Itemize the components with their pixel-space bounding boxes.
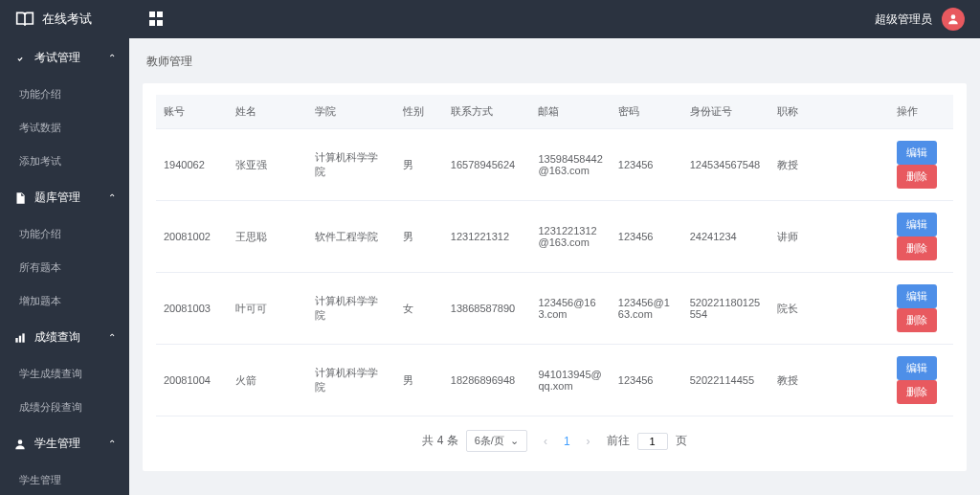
- th-account: 账号: [156, 95, 228, 129]
- cell-phone: 1231221312: [443, 201, 531, 273]
- avatar[interactable]: [942, 8, 965, 31]
- cell-name: 张亚强: [228, 129, 307, 201]
- cell-gender: 男: [395, 201, 443, 273]
- menu-label: 考试管理: [34, 50, 80, 66]
- delete-button[interactable]: 删除: [897, 380, 937, 404]
- menu-header-exam[interactable]: 考试管理 ⌃: [0, 38, 129, 78]
- cell-college: 计算机科学学院: [307, 273, 395, 345]
- goto-input[interactable]: [637, 433, 668, 450]
- check-icon: [13, 52, 27, 65]
- sidebar-item-student-manage[interactable]: 学生管理: [0, 463, 129, 495]
- table-row: 20081002王思聪软件工程学院男12312213121231221312@1…: [156, 201, 953, 273]
- cell-gender: 男: [395, 129, 443, 201]
- cell-pwd: 123456: [611, 129, 682, 201]
- cell-pwd: 123456@163.com: [611, 273, 682, 345]
- chevron-up-icon: ⌃: [108, 53, 116, 63]
- menu-header-score[interactable]: 成绩查询 ⌃: [0, 318, 129, 357]
- cell-account: 20081004: [156, 345, 228, 416]
- cell-pwd: 123456: [611, 201, 682, 273]
- cell-college: 计算机科学学院: [307, 345, 395, 416]
- page-size-select[interactable]: 6条/页 ⌄: [466, 430, 527, 452]
- cell-name: 火箭: [228, 345, 307, 416]
- page-size-label: 6条/页: [475, 434, 504, 448]
- user-icon: [13, 438, 27, 451]
- prev-page-button[interactable]: ‹: [535, 431, 556, 452]
- user-name: 超级管理员: [875, 11, 932, 28]
- cell-blank: [826, 201, 890, 273]
- th-phone: 联系方式: [443, 95, 531, 129]
- table-row: 20081003叶可可计算机科学学院女13868587890123456@163…: [156, 273, 953, 345]
- cell-account: 1940062: [156, 129, 228, 201]
- delete-button[interactable]: 删除: [897, 236, 937, 260]
- cell-ops: 编辑删除: [889, 201, 953, 273]
- cell-email: 123456@163.com: [530, 273, 610, 345]
- cell-phone: 16578945624: [443, 129, 531, 201]
- cell-idcard: 52022114455: [682, 345, 770, 416]
- sidebar-item-add-exam[interactable]: 添加考试: [0, 145, 129, 178]
- sidebar: 考试管理 ⌃ 功能介绍 考试数据 添加考试 题库管理 ⌃ 功能介绍 所有题本 增…: [0, 38, 129, 495]
- th-college: 学院: [307, 95, 395, 129]
- th-name: 姓名: [228, 95, 307, 129]
- cell-blank: [826, 345, 890, 416]
- sidebar-item-all-questions[interactable]: 所有题本: [0, 251, 129, 284]
- table-row: 1940062张亚强计算机科学学院男1657894562413598458442…: [156, 129, 953, 201]
- edit-button[interactable]: 编辑: [897, 141, 937, 165]
- chevron-up-icon: ⌃: [108, 332, 116, 343]
- chevron-down-icon: ⌄: [510, 435, 519, 447]
- cell-college: 软件工程学院: [307, 201, 395, 273]
- book-icon: [15, 10, 34, 29]
- menu-header-student[interactable]: 学生管理 ⌃: [0, 424, 129, 463]
- cell-email: 941013945@qq.xom: [530, 345, 610, 416]
- next-page-button[interactable]: ›: [578, 431, 599, 452]
- table-row: 20081004火箭计算机科学学院男18286896948941013945@q…: [156, 345, 953, 416]
- sidebar-item-score-segment[interactable]: 成绩分段查询: [0, 391, 129, 424]
- cell-idcard: 520221180125554: [682, 273, 770, 345]
- chevron-up-icon: ⌃: [108, 439, 116, 449]
- cell-ops: 编辑删除: [889, 345, 953, 416]
- cell-gender: 女: [395, 273, 443, 345]
- cell-idcard: 24241234: [682, 201, 770, 273]
- svg-rect-1: [15, 338, 17, 343]
- th-job: 职称: [769, 95, 825, 129]
- cell-college: 计算机科学学院: [307, 129, 395, 201]
- delete-button[interactable]: 删除: [897, 308, 937, 332]
- sidebar-item-intro[interactable]: 功能介绍: [0, 78, 129, 111]
- th-email: 邮箱: [530, 95, 610, 129]
- logo-area: 在线考试: [15, 10, 92, 29]
- menu-group-question: 题库管理 ⌃ 功能介绍 所有题本 增加题本: [0, 178, 129, 318]
- svg-rect-3: [22, 333, 24, 342]
- menu-group-student: 学生管理 ⌃ 学生管理: [0, 424, 129, 495]
- page-number[interactable]: 1: [564, 435, 570, 448]
- svg-rect-2: [19, 335, 21, 342]
- goto-suffix: 页: [676, 433, 687, 449]
- cell-ops: 编辑删除: [889, 129, 953, 201]
- breadcrumb: 教师管理: [143, 52, 967, 72]
- th-pwd: 密码: [611, 95, 682, 129]
- teacher-table: 账号 姓名 学院 性别 联系方式 邮箱 密码 身份证号 职称 操作 194006…: [156, 95, 953, 416]
- menu-group-score: 成绩查询 ⌃ 学生成绩查询 成绩分段查询: [0, 318, 129, 424]
- cell-account: 20081003: [156, 273, 228, 345]
- table-body: 1940062张亚强计算机科学学院男1657894562413598458442…: [156, 129, 953, 416]
- cell-name: 王思聪: [228, 201, 307, 273]
- edit-button[interactable]: 编辑: [897, 213, 937, 236]
- edit-button[interactable]: 编辑: [897, 356, 937, 380]
- sidebar-item-exam-data[interactable]: 考试数据: [0, 111, 129, 145]
- goto-label: 前往: [607, 433, 630, 449]
- delete-button[interactable]: 删除: [897, 165, 937, 189]
- sidebar-item-student-score[interactable]: 学生成绩查询: [0, 357, 129, 391]
- grid-toggle-icon[interactable]: [149, 11, 165, 27]
- cell-job: 教授: [769, 129, 825, 201]
- header-right: 超级管理员: [875, 8, 965, 31]
- menu-header-question[interactable]: 题库管理 ⌃: [0, 178, 129, 217]
- sidebar-item-add-question[interactable]: 增加题本: [0, 284, 129, 318]
- th-ops: 操作: [889, 95, 953, 129]
- cell-gender: 男: [395, 345, 443, 416]
- cell-phone: 13868587890: [443, 273, 531, 345]
- svg-point-0: [951, 14, 956, 19]
- cell-job: 讲师: [769, 201, 825, 273]
- edit-button[interactable]: 编辑: [897, 284, 937, 308]
- chart-icon: [13, 331, 27, 345]
- menu-group-exam: 考试管理 ⌃ 功能介绍 考试数据 添加考试: [0, 38, 129, 178]
- cell-phone: 18286896948: [443, 345, 531, 416]
- sidebar-item-q-intro[interactable]: 功能介绍: [0, 217, 129, 251]
